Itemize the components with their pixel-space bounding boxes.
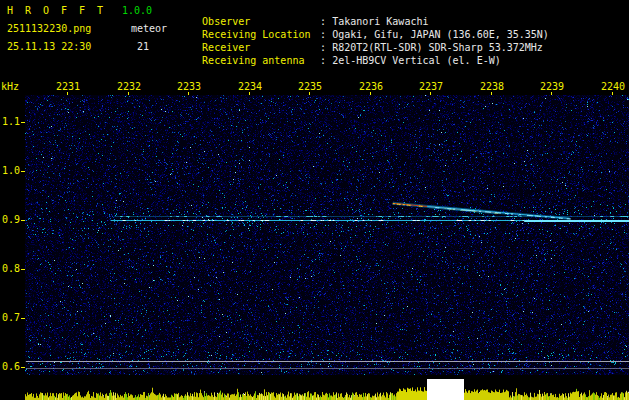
time-tick bbox=[370, 92, 371, 95]
time-tick bbox=[551, 92, 552, 95]
info-label: Receiving antenna bbox=[202, 55, 320, 67]
info-value: : 2el-HB9CV Vertical (el. E-W) bbox=[320, 55, 501, 66]
freq-label: 0.6 bbox=[0, 361, 20, 373]
app-version: 1.0.0 bbox=[122, 5, 152, 17]
mode-label: meteor bbox=[131, 23, 167, 35]
time-label: 2236 bbox=[355, 81, 387, 93]
time-tick bbox=[430, 92, 431, 95]
time-tick bbox=[249, 92, 250, 95]
time-label: 2231 bbox=[52, 81, 84, 93]
datetime-label: 25.11.13 22:30 bbox=[7, 41, 91, 53]
info-row-antenna: Receiving antenna: 2el-HB9CV Vertical (e… bbox=[178, 43, 501, 79]
freq-tick bbox=[21, 220, 25, 221]
time-tick bbox=[612, 92, 613, 95]
time-tick bbox=[188, 92, 189, 95]
time-label: 2240 bbox=[597, 81, 629, 93]
freq-label: 1.0 bbox=[0, 165, 20, 177]
time-label: 2235 bbox=[294, 81, 326, 93]
time-tick bbox=[309, 92, 310, 95]
freq-tick bbox=[21, 122, 25, 123]
time-tick bbox=[67, 92, 68, 95]
freq-tick bbox=[21, 367, 25, 368]
time-label: 2234 bbox=[234, 81, 266, 93]
time-tick bbox=[128, 92, 129, 95]
freq-label: 0.7 bbox=[0, 312, 20, 324]
freq-label: 0.9 bbox=[0, 214, 20, 226]
app-title: HROFFT bbox=[7, 5, 115, 17]
time-label: 2238 bbox=[476, 81, 508, 93]
time-tick bbox=[491, 92, 492, 95]
echo-count: 21 bbox=[137, 41, 149, 53]
hrofft-screen: HROFFT 1.0.0 2511132230.png meteor 25.11… bbox=[0, 0, 629, 400]
output-filename: 2511132230.png bbox=[7, 23, 91, 35]
spectrogram-canvas bbox=[25, 95, 629, 375]
freq-tick bbox=[21, 171, 25, 172]
time-label: 2237 bbox=[415, 81, 447, 93]
freq-label: 1.1 bbox=[0, 116, 20, 128]
time-label: 2232 bbox=[113, 81, 145, 93]
freq-tick bbox=[21, 318, 25, 319]
time-label: 2239 bbox=[536, 81, 568, 93]
time-label: 2233 bbox=[173, 81, 205, 93]
freq-tick bbox=[21, 269, 25, 270]
freq-axis-unit: kHz bbox=[1, 81, 19, 93]
signal-meter-canvas bbox=[25, 377, 629, 400]
freq-label: 0.8 bbox=[0, 263, 20, 275]
